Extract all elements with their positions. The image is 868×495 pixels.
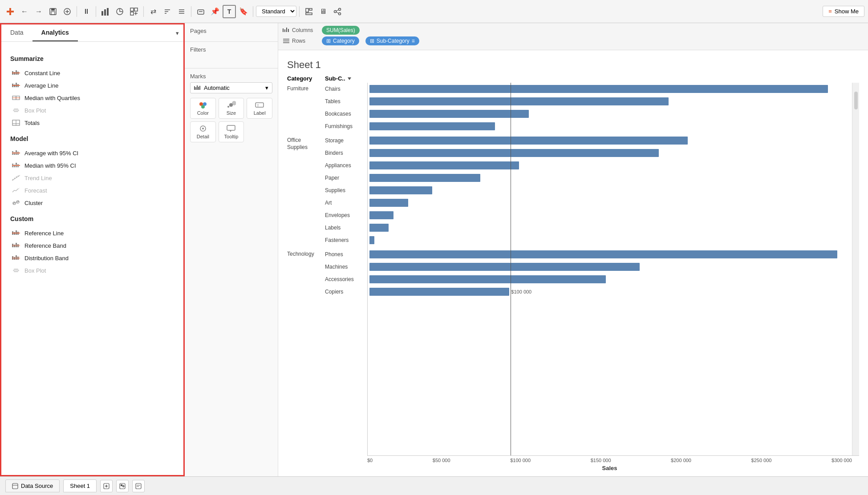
- svg-rect-39: [14, 85, 15, 87]
- pages-title: Pages: [190, 28, 272, 34]
- marks-detail-btn[interactable]: Detail: [190, 121, 216, 142]
- pin-btn[interactable]: 📌: [208, 5, 222, 18]
- chart-labels: Furniture Chairs Tables Bookcases Furnis…: [287, 83, 367, 455]
- x-axis: $0 $50 000 $100 000 $150 000 $200 000 $2…: [367, 455, 859, 471]
- add-datasource-btn[interactable]: [61, 5, 74, 18]
- datasource-tab[interactable]: Data Source: [5, 479, 60, 492]
- svg-rect-100: [199, 86, 200, 90]
- header-category: Category: [287, 75, 325, 82]
- swap-btn[interactable]: ⇄: [146, 5, 160, 18]
- standard-dropdown[interactable]: StandardStandard: [256, 6, 296, 17]
- svg-rect-113: [283, 28, 284, 32]
- chart-type-btn[interactable]: [99, 5, 112, 18]
- add-sheet-btn[interactable]: [100, 480, 113, 492]
- group-btn[interactable]: [175, 5, 188, 18]
- x-label-6: $300 000: [831, 458, 852, 463]
- forward-btn[interactable]: →: [32, 5, 45, 18]
- columns-label: Columns: [283, 27, 318, 33]
- main-container: Data Analytics ▾ Summarize Constant Line…: [0, 23, 868, 476]
- shelf-area: Columns SUM(Sales) Rows ⊞ Category ⊞ Sub…: [278, 23, 868, 50]
- distribution-band-label: Distribution Band: [24, 255, 69, 262]
- median-95ci-item[interactable]: Median with 95% CI: [10, 159, 174, 172]
- totals-icon: [12, 119, 20, 127]
- constant-line-icon: [12, 69, 20, 77]
- average-line-item[interactable]: Average Line: [10, 79, 174, 92]
- bookmark-btn[interactable]: 🔖: [237, 5, 250, 18]
- x-label-2: $100 000: [510, 458, 531, 463]
- label-toggle-btn[interactable]: [194, 5, 207, 18]
- tab-analytics[interactable]: Analytics: [32, 24, 78, 41]
- sort-btn[interactable]: [161, 5, 174, 18]
- share-btn[interactable]: [331, 5, 344, 18]
- marks-label-btn[interactable]: T Label: [247, 98, 272, 119]
- svg-rect-99: [198, 87, 199, 90]
- reference-band-item[interactable]: Reference Band: [10, 239, 174, 252]
- scrollbar[interactable]: [852, 83, 859, 455]
- marks-tooltip-btn[interactable]: Tooltip: [219, 121, 244, 142]
- present-btn[interactable]: 🖥: [316, 5, 330, 18]
- add-story-btn[interactable]: [132, 480, 145, 492]
- reference-band-icon: [12, 241, 20, 250]
- sep4: [191, 6, 191, 17]
- marks-size-btn[interactable]: Size: [219, 98, 244, 119]
- chart-title: Sheet 1: [287, 59, 859, 71]
- category-label: Category: [333, 38, 355, 44]
- svg-rect-3: [51, 8, 55, 11]
- text-btn[interactable]: T: [223, 5, 236, 18]
- reference-band-label: Reference Band: [24, 242, 66, 249]
- svg-rect-97: [195, 87, 196, 90]
- filters-title: Filters: [190, 46, 272, 53]
- reference-line-item[interactable]: Reference Line: [10, 227, 174, 239]
- svg-rect-35: [16, 70, 17, 75]
- avg-95ci-icon: [12, 149, 20, 157]
- box-plot-label-summarize: Box Plot: [24, 107, 46, 114]
- reference-line-label: Reference Line: [24, 230, 64, 237]
- show-me-icon: ≡: [828, 8, 832, 15]
- svg-rect-116: [288, 29, 289, 32]
- chart-type2-btn[interactable]: [113, 5, 126, 18]
- tab-arrow[interactable]: ▾: [176, 24, 183, 41]
- box-plot-icon-summarize: [12, 106, 20, 114]
- reference-line: [511, 83, 511, 455]
- cluster-item[interactable]: Cluster: [10, 197, 174, 209]
- trend-line-icon: [12, 174, 20, 182]
- rows-pill-subcategory[interactable]: ⊞ Sub-Category ≡: [365, 36, 419, 45]
- totals-item[interactable]: Totals: [10, 117, 174, 129]
- pause-btn[interactable]: ⏸: [80, 5, 93, 18]
- tableau-logo-btn[interactable]: [4, 5, 17, 18]
- forecast-label: Forecast: [24, 187, 47, 194]
- category-office-supplies: OfficeSupplies: [287, 134, 325, 246]
- right-panel: Columns SUM(Sales) Rows ⊞ Category ⊞ Sub…: [278, 23, 868, 476]
- marks-dropdown-arrow: ▾: [265, 85, 268, 91]
- constant-line-item[interactable]: Constant Line: [10, 67, 174, 79]
- show-me-label: Show Me: [835, 8, 859, 15]
- chart-type3-btn[interactable]: [127, 5, 141, 18]
- tab-data[interactable]: Data: [1, 24, 32, 41]
- svg-rect-98: [197, 85, 198, 90]
- bottom-bar: Data Source Sheet 1: [0, 476, 868, 495]
- forecast-icon: [12, 186, 20, 194]
- rows-pill-category[interactable]: ⊞ Category: [322, 36, 359, 45]
- svg-rect-130: [136, 483, 141, 489]
- model-title: Model: [10, 135, 174, 142]
- reference-line-icon: [12, 229, 20, 237]
- svg-rect-91: [12, 258, 20, 259]
- add-dashboard-btn[interactable]: [116, 480, 129, 492]
- dashboard-btn[interactable]: [302, 5, 316, 18]
- distribution-band-item[interactable]: Distribution Band: [10, 252, 174, 264]
- back-btn[interactable]: ←: [18, 5, 31, 18]
- marks-color-btn[interactable]: Color: [190, 98, 216, 119]
- sheet1-tab[interactable]: Sheet 1: [63, 479, 97, 492]
- totals-label: Totals: [24, 120, 40, 126]
- filters-section: Filters: [185, 42, 278, 68]
- x-label-5: $250 000: [751, 458, 772, 463]
- save-btn[interactable]: [46, 5, 60, 18]
- median-quartiles-item[interactable]: Median with Quartiles: [10, 92, 174, 104]
- columns-pill[interactable]: SUM(Sales): [322, 26, 360, 35]
- show-me-button[interactable]: ≡ Show Me: [823, 6, 864, 17]
- trend-line-item: Trend Line: [10, 172, 174, 184]
- svg-rect-1: [7, 11, 14, 12]
- marks-type-dropdown[interactable]: Automatic ▾: [190, 82, 272, 93]
- avg-95ci-item[interactable]: Average with 95% CI: [10, 147, 174, 159]
- svg-point-28: [339, 8, 341, 10]
